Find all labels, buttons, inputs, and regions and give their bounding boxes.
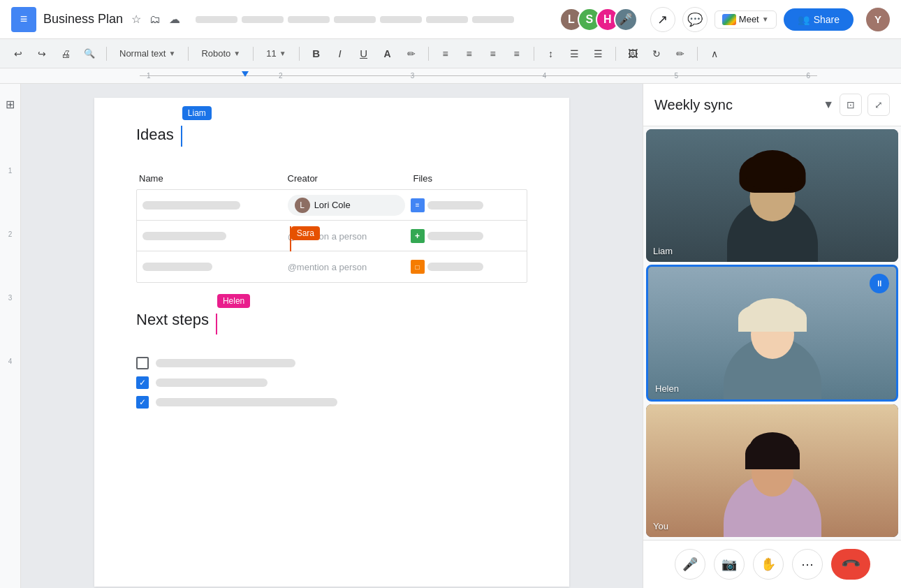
helen-hair xyxy=(747,298,798,326)
file-chip-2: + xyxy=(411,229,521,243)
margin-num-1: 1 xyxy=(8,167,13,175)
pause-icon: ⏸ xyxy=(875,279,884,288)
col-header-creator: Creator xyxy=(288,173,413,184)
file-chip-3: □ xyxy=(411,260,521,274)
line-spacing-button[interactable]: ↕ xyxy=(541,44,561,64)
mic-button[interactable]: 🎤 xyxy=(675,549,705,580)
separator xyxy=(697,47,698,61)
font-chevron-icon: ▼ xyxy=(233,50,240,57)
liam-video: Liam xyxy=(646,129,898,262)
col-header-files: Files xyxy=(413,173,527,184)
italic-button[interactable]: I xyxy=(330,44,350,64)
star-icon[interactable]: ☆ xyxy=(130,11,142,27)
cell-creator-1: L Lori Cole xyxy=(288,195,411,216)
video-tile-helen: Helen ⏸ xyxy=(646,265,898,402)
more-options-button[interactable]: ⋯ xyxy=(792,549,823,580)
liam-cursor-badge: Liam xyxy=(182,106,212,120)
creator-chip-1: L Lori Cole xyxy=(288,195,405,216)
meet-pip-button[interactable]: ⊡ xyxy=(840,94,862,116)
style-dropdown[interactable]: Normal text ▼ xyxy=(114,47,181,60)
name-pill-2 xyxy=(142,232,226,240)
file-pill-3 xyxy=(427,263,483,271)
share-button[interactable]: 👥 Share xyxy=(784,8,854,31)
folder-icon[interactable]: 🗂 xyxy=(148,12,162,27)
align-right-button[interactable]: ≡ xyxy=(483,44,503,64)
checkbox-3[interactable]: ✓ xyxy=(136,396,149,409)
checkbox-1[interactable] xyxy=(136,357,149,369)
menu-pill xyxy=(334,16,376,23)
meet-icon xyxy=(722,14,736,25)
margin-num-2: 2 xyxy=(8,230,13,238)
meet-title-dropdown[interactable]: ▼ xyxy=(823,98,834,111)
menu-pill xyxy=(288,16,330,23)
redo-button[interactable]: ↪ xyxy=(32,44,52,64)
next-steps-heading: Next steps xyxy=(136,311,209,329)
underline-button[interactable]: U xyxy=(354,44,374,64)
helen-name-badge: Helen xyxy=(655,383,679,394)
rotate-button[interactable]: ↻ xyxy=(647,44,666,64)
pen-button[interactable]: ✏ xyxy=(671,44,690,64)
checklist-item-3: ✓ xyxy=(136,396,527,409)
align-justify-button[interactable]: ≡ xyxy=(507,44,527,64)
video-tile-you: You xyxy=(646,404,898,537)
menu-pill xyxy=(242,16,284,23)
helen-pause-badge: ⏸ xyxy=(870,274,889,293)
bullet-list-button[interactable]: ☰ xyxy=(565,44,585,64)
document-area[interactable]: Ideas Liam Name Creator Files xyxy=(21,84,643,588)
end-call-button[interactable]: 📞 xyxy=(831,549,870,580)
avatar-4[interactable]: 🎤 xyxy=(614,8,638,31)
camera-button[interactable]: 📷 xyxy=(714,549,745,580)
margin-icon[interactable]: ⊞ xyxy=(6,98,15,111)
numbered-list-button[interactable]: ☰ xyxy=(589,44,608,64)
left-margin: ⊞ 1 2 3 4 xyxy=(0,84,21,588)
meet-panel-header: Weekly sync ▼ ⊡ ⤢ xyxy=(643,84,901,126)
next-steps-section: Next steps Helen ✓ xyxy=(136,311,527,409)
you-hair xyxy=(749,432,796,464)
comment-button[interactable]: 💬 xyxy=(682,7,708,32)
title-bar: Business Plan ☆ 🗂 ☁ L S H 🎤 ↗ 💬 Meet ▼ 👥… xyxy=(0,0,901,39)
font-label: Roboto xyxy=(201,48,230,59)
size-dropdown[interactable]: 11 ▼ xyxy=(261,47,291,60)
share-icon: 👥 xyxy=(798,14,810,25)
align-center-button[interactable]: ≡ xyxy=(460,44,479,64)
ideas-table-container: Name Creator Files xyxy=(136,173,527,283)
video-grid: Liam Helen ⏸ xyxy=(643,126,901,540)
raise-hand-button[interactable]: ✋ xyxy=(753,549,784,580)
menu-bar xyxy=(196,16,514,23)
collapse-toolbar-button[interactable]: ∧ xyxy=(705,44,724,64)
creator-avatar-1: L xyxy=(295,198,310,213)
highlight-button[interactable]: ✏ xyxy=(402,44,421,64)
trend-button[interactable]: ↗ xyxy=(650,7,675,32)
print-button[interactable]: 🖨 xyxy=(56,44,75,64)
style-label: Normal text xyxy=(119,48,166,59)
table-row: L Lori Cole ≡ xyxy=(137,190,527,221)
name-pill-3 xyxy=(142,263,212,271)
separator xyxy=(534,47,534,61)
checkbox-2[interactable]: ✓ xyxy=(136,376,149,389)
bold-button[interactable]: B xyxy=(307,44,326,64)
style-chevron-icon: ▼ xyxy=(168,50,175,57)
user-avatar[interactable]: Y xyxy=(866,8,890,31)
cell-files-2: + xyxy=(411,229,521,243)
undo-button[interactable]: ↩ xyxy=(8,44,28,64)
font-dropdown[interactable]: Roboto ▼ xyxy=(196,47,246,60)
file-icon-sheet: + xyxy=(411,229,425,243)
menu-pill xyxy=(472,16,514,23)
size-label: 11 xyxy=(266,48,276,59)
video-tile-liam: Liam xyxy=(646,129,898,262)
margin-num-3: 3 xyxy=(8,294,13,302)
name-pill-1 xyxy=(142,201,240,210)
file-icon-slide: □ xyxy=(411,260,425,274)
insert-image-button[interactable]: 🖼 xyxy=(623,44,643,64)
meet-button[interactable]: Meet ▼ xyxy=(715,10,777,29)
zoom-button[interactable]: 🔍 xyxy=(80,44,99,64)
you-name-badge: You xyxy=(653,521,668,531)
cell-files-3: □ xyxy=(411,260,521,274)
text-color-button[interactable]: A xyxy=(378,44,397,64)
you-video: You xyxy=(646,404,898,537)
meet-expand-button[interactable]: ⤢ xyxy=(867,94,890,116)
file-chip-1: ≡ xyxy=(411,198,521,212)
align-left-button[interactable]: ≡ xyxy=(436,44,455,64)
next-steps-header-area: Next steps Helen xyxy=(136,311,527,346)
cloud-icon[interactable]: ☁ xyxy=(168,11,182,27)
